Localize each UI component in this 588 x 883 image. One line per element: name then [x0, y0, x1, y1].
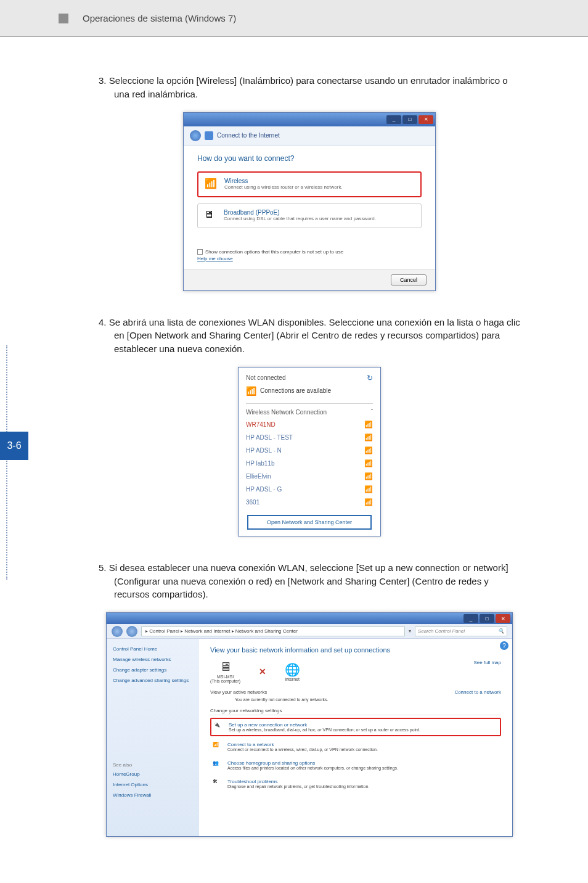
step-5: 5. Si desea establecer una nueva conexió… — [99, 561, 520, 837]
not-connected-message: You are currently not connected to any n… — [235, 697, 501, 702]
network-task[interactable]: 📶Connect to a networkConnect or reconnec… — [210, 739, 501, 755]
task-desc: Access files and printers located on oth… — [227, 766, 398, 770]
change-settings-title: Change your networking settings — [210, 708, 501, 715]
option-wireless-title: Wireless — [224, 178, 343, 184]
network-task[interactable]: 👥Choose homegroup and sharing optionsAcc… — [210, 757, 501, 773]
option-broadband[interactable]: Broadband (PPPoE) Connect using DSL or c… — [197, 203, 422, 228]
sidebar-link[interactable]: Change adapter settings — [113, 667, 193, 673]
wifi-network-item[interactable]: WR741ND📶 — [246, 418, 373, 431]
dialog-body: How do you want to connect? Wireless Con… — [184, 146, 435, 240]
signal-icon: 📶 — [364, 433, 373, 442]
step-5-num: 5. — [99, 562, 107, 573]
wifi-network-item[interactable]: HP lab11b📶 — [246, 457, 373, 470]
help-icon[interactable]: ? — [500, 641, 508, 650]
wifi-network-name: EllieElvin — [246, 473, 271, 480]
step-3-text: 3. Seleccione la opción [Wireless] (Inal… — [99, 74, 520, 101]
sidebar: Control Panel Home Manage wireless netwo… — [107, 639, 199, 836]
connect-to-network-link[interactable]: Connect to a network — [454, 689, 501, 695]
connections-available-row: Connections are available — [246, 386, 373, 401]
not-connected-label: Not connected — [246, 374, 286, 381]
wifi-network-item[interactable]: HP ADSL - N📶 — [246, 444, 373, 457]
minimize-button[interactable]: _ — [463, 614, 478, 623]
nav-forward-button[interactable] — [126, 626, 137, 637]
refresh-icon[interactable]: ↻ — [367, 374, 373, 382]
window-buttons: _ □ ✕ — [463, 614, 510, 623]
wireless-section-title[interactable]: Wireless Network Connection ˆ — [246, 406, 373, 418]
see-also-link[interactable]: Windows Firewall — [113, 792, 193, 798]
step-5-text: 5. Si desea establecer una nueva conexió… — [99, 561, 520, 601]
sidebar-link[interactable]: Change advanced sharing settings — [113, 678, 193, 683]
signal-icon: 📶 — [364, 446, 373, 454]
see-full-map-link[interactable]: See full map — [474, 660, 501, 665]
sidebar-link[interactable]: Manage wireless networks — [113, 657, 193, 662]
wifi-network-list: WR741ND📶HP ADSL - TEST📶HP ADSL - N📶HP la… — [246, 418, 373, 509]
close-button[interactable]: ✕ — [496, 614, 510, 623]
signal-icon: 📶 — [364, 421, 373, 429]
breadcrumb[interactable]: ▸ Control Panel ▸ Network and Internet ▸… — [141, 626, 405, 636]
wifi-network-item[interactable]: EllieElvin📶 — [246, 470, 373, 483]
task-icon: 👥 — [213, 760, 223, 770]
main-title: View your basic network information and … — [210, 646, 501, 654]
flyout-status-row: Not connected ↻ — [246, 374, 373, 382]
network-map: See full map MSI-MSI (This computer) ✕ I… — [210, 660, 501, 683]
signal-icon: 📶 — [364, 472, 373, 480]
option-broadband-desc: Connect using DSL or cable that requires… — [224, 216, 376, 221]
maximize-button[interactable]: □ — [402, 115, 417, 124]
task-desc: Diagnose and repair network problems, or… — [227, 784, 369, 789]
task-title: Set up a new connection or network — [229, 722, 420, 728]
step-3-num: 3. — [99, 75, 107, 86]
step-3-body: Seleccione la opción [Wireless] (Inalámb… — [109, 75, 508, 99]
wifi-network-item[interactable]: HP ADSL - G📶 — [246, 483, 373, 496]
open-network-center-link[interactable]: Open Network and Sharing Center — [247, 515, 372, 530]
search-placeholder: Search Control Panel — [418, 628, 465, 634]
step-5-body: Si desea establecer una nueva conexión W… — [109, 562, 508, 600]
step-4-body: Se abrirá una lista de conexiones WLAN d… — [109, 317, 520, 355]
sidebar-home[interactable]: Control Panel Home — [113, 646, 193, 652]
nav-back-button[interactable] — [112, 626, 123, 637]
content-area: 3. Seleccione la opción [Wireless] (Inal… — [0, 37, 588, 883]
screenshot-connect-dialog: _ □ ✕ Connect to the Internet How do you… — [183, 112, 436, 291]
task-icon: 🔌 — [214, 722, 224, 732]
back-button[interactable] — [190, 130, 201, 141]
wifi-network-item[interactable]: 3601📶 — [246, 496, 373, 509]
see-also-link[interactable]: Internet Options — [113, 782, 193, 787]
header-title: Operaciones de sistema (Windows 7) — [83, 13, 236, 23]
connections-available-label: Connections are available — [260, 387, 331, 394]
cancel-button[interactable]: Cancel — [391, 274, 427, 285]
dialog-button-row: Cancel — [184, 269, 435, 290]
task-icon: 🛠 — [213, 779, 223, 789]
header-bullet-icon — [59, 14, 68, 23]
internet-label: Internet — [285, 677, 300, 681]
search-input[interactable]: Search Control Panel 🔍 — [415, 626, 507, 636]
minimize-button[interactable]: _ — [386, 115, 401, 124]
window-body: Control Panel Home Manage wireless netwo… — [107, 639, 512, 836]
option-broadband-title: Broadband (PPPoE) — [224, 209, 376, 216]
wifi-network-name: HP ADSL - TEST — [246, 434, 293, 441]
see-also-link[interactable]: HomeGroup — [113, 771, 193, 777]
show-options-checkbox[interactable]: Show connection options that this comput… — [197, 249, 422, 255]
close-button[interactable]: ✕ — [419, 115, 433, 124]
wifi-network-name: WR741ND — [246, 421, 276, 428]
network-task[interactable]: 🔌Set up a new connection or networkSet u… — [210, 718, 501, 736]
wireless-section-text: Wireless Network Connection — [246, 409, 327, 416]
wifi-network-item[interactable]: HP ADSL - TEST📶 — [246, 431, 373, 444]
computer-icon — [218, 660, 233, 675]
document-page: 3-6 Operaciones de sistema (Windows 7) 3… — [0, 0, 588, 883]
wifi-network-name: 3601 — [246, 499, 259, 506]
step-4: 4. Se abrirá una lista de conexiones WLA… — [99, 316, 520, 536]
dialog-header: Connect to the Internet — [184, 126, 435, 146]
dialog-title: Connect to the Internet — [217, 132, 280, 139]
step-4-text: 4. Se abrirá una lista de conexiones WLA… — [99, 316, 520, 356]
network-task[interactable]: 🛠Troubleshoot problemsDiagnose and repai… — [210, 776, 501, 792]
wifi-icon — [205, 178, 218, 191]
main-panel: View your basic network information and … — [199, 639, 512, 836]
search-icon: 🔍 — [498, 628, 504, 634]
help-link[interactable]: Help me choose — [197, 256, 233, 261]
maximize-button[interactable]: □ — [480, 614, 494, 623]
step-3: 3. Seleccione la opción [Wireless] (Inal… — [99, 74, 520, 291]
task-desc: Set up a wireless, broadband, dial-up, a… — [229, 728, 420, 732]
computer-label: MSI-MSI — [210, 675, 240, 679]
map-node-internet: Internet — [285, 662, 300, 681]
checkbox-icon — [197, 249, 203, 255]
option-wireless[interactable]: Wireless Connect using a wireless router… — [197, 171, 422, 197]
